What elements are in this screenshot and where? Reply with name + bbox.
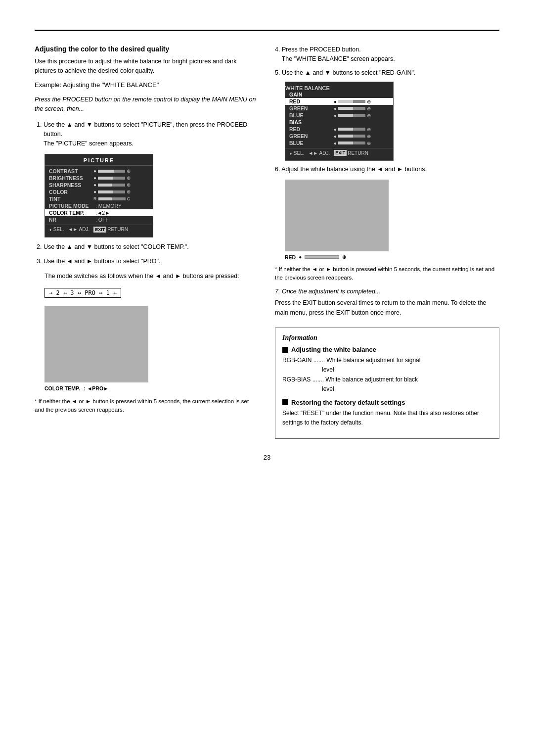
g-indicator: G — [127, 196, 131, 201]
minus-icon: ● — [93, 175, 96, 181]
info-title: Information — [282, 334, 492, 342]
right-column: 4. Press the PROCEED button. The "WHITE … — [275, 45, 499, 439]
plus-icon: ⊕ — [367, 127, 371, 132]
information-box: Information Adjusting the white balance … — [275, 328, 499, 439]
step-1: Use the ▲ and ▼ buttons to select "PICTU… — [44, 120, 257, 149]
restoring-defaults-label: Restoring the factory default settings — [291, 399, 405, 406]
minus-icon: ● — [334, 113, 337, 118]
bias-red-slider: ● ⊕ — [334, 127, 389, 132]
wb-red-slider — [305, 255, 339, 259]
minus-icon: ● — [334, 134, 337, 139]
step-5: 5. Use the ▲ and ▼ buttons to select "RE… — [275, 68, 499, 78]
adj-nav: ◄► ADJ. — [308, 150, 330, 156]
plus-icon: ⊕ — [127, 182, 131, 188]
bias-green-slider: ● ⊕ — [334, 134, 389, 139]
steps-list-3: Use the ◄ and ► buttons to select "PRO". — [35, 257, 257, 266]
step-3-text: Use the ◄ and ► buttons to select "PRO". — [44, 258, 161, 265]
color-temp-label: COLOR TEMP. — [49, 210, 93, 216]
gain-green-slider: ● ⊕ — [334, 106, 389, 111]
slider-track — [338, 135, 365, 138]
wb-menu-title: WHITE BALANCE — [285, 85, 393, 91]
gain-section-label: GAIN — [285, 91, 393, 98]
plus-icon: ⊕ — [367, 141, 371, 146]
wb-red-label: RED — [285, 254, 296, 260]
intro-text: Use this procedure to adjust the white b… — [35, 57, 257, 76]
step-7-italic: 7. Once the adjustment is completed... — [275, 287, 499, 296]
gain-blue-slider: ● ⊕ — [334, 113, 389, 118]
footnote-3: * If neither the ◄ or ► button is presse… — [35, 397, 257, 415]
step-4: 4. Press the PROCEED button. The "WHITE … — [275, 45, 499, 64]
sel-nav: ⬧ SEL. — [49, 227, 64, 232]
plus-icon: ⊕ — [367, 113, 371, 118]
bias-green-label: GREEN — [289, 133, 334, 139]
minus-icon: ● — [93, 168, 96, 174]
square-bullet-icon-2 — [282, 399, 288, 405]
pro-value: : ◄PRO► — [84, 385, 109, 391]
bias-red-label: RED — [289, 126, 334, 132]
exit-nav: EXITRETURN — [93, 227, 128, 233]
plus-icon: ⊕ — [127, 189, 131, 194]
color-temp-screen-label: COLOR TEMP. : ◄PRO► — [44, 385, 257, 391]
sharpness-slider: ● ⊕ — [93, 182, 149, 188]
color-slider: ● ⊕ — [93, 189, 149, 194]
bias-label: BIAS — [289, 119, 334, 125]
color-label: COLOR — [49, 189, 93, 195]
pro-value-area: : ◄PRO► — [84, 385, 109, 391]
color-temp-screen — [44, 306, 148, 382]
plus-icon: ⊕ — [127, 175, 131, 181]
slider-track — [338, 128, 365, 131]
color-temp-value: :◄2► — [95, 210, 110, 216]
menu-row-nr: NR : OFF — [45, 216, 153, 223]
sharpness-label: SHARPNESS — [49, 182, 93, 188]
minus-icon: ● — [334, 106, 337, 111]
white-balance-menu: WHITE BALANCE GAIN RED ● ⊕ GREEN ● — [285, 82, 394, 161]
slider-track — [98, 170, 125, 173]
gain-red-slider: ● ⊕ — [334, 99, 389, 104]
r-indicator: R — [93, 196, 97, 201]
picture-menu-title: PICTURE — [45, 157, 153, 166]
adjusting-wb-label: Adjusting the white balance — [291, 346, 376, 353]
slider-track — [338, 107, 365, 110]
sel-nav: ⬧ SEL. — [289, 150, 304, 156]
menu-row-sharpness: SHARPNESS ● ⊕ — [45, 182, 153, 189]
plus-icon: ⊕ — [367, 99, 371, 104]
picture-mode-label: PICTURE MODE — [49, 203, 93, 209]
color-temp-screen-lbl: COLOR TEMP. — [44, 385, 80, 391]
gain-blue-row: BLUE ● ⊕ — [285, 112, 393, 119]
plus-icon: ⊕ — [127, 168, 131, 174]
footnote-right: * If neither the ◄ or ► button is presse… — [275, 265, 499, 283]
wb-red-row: RED ● ⊕ — [285, 254, 499, 260]
minus-icon: ● — [93, 189, 96, 194]
slider-track — [98, 197, 126, 200]
wb-red-minus: ● — [299, 254, 302, 260]
slider-track — [338, 100, 365, 103]
minus-icon: ● — [334, 141, 337, 146]
bias-green-row: GREEN ● ⊕ — [285, 133, 393, 140]
tint-slider: R G — [93, 196, 149, 201]
bias-red-row: RED ● ⊕ — [285, 126, 393, 133]
step-2-text: Use the ▲ and ▼ buttons to select "COLOR… — [44, 243, 189, 250]
nr-value: : OFF — [95, 217, 109, 223]
gain-red-row: RED ● ⊕ — [285, 98, 393, 105]
mode-switch-para: The mode switches as follows when the ◄ … — [44, 272, 257, 281]
picture-mode-value: : MEMORY — [95, 203, 122, 209]
plus-icon: ⊕ — [367, 106, 371, 111]
bias-blue-row: BLUE ● ⊕ — [285, 140, 393, 146]
picture-menu: PICTURE CONTRAST ● ⊕ BRIGHTNESS ● ⊕ — [44, 154, 153, 237]
restoring-defaults-title: Restoring the factory default settings — [282, 399, 492, 406]
menu-row-tint: TINT R G — [45, 195, 153, 202]
steps-list-2: Use the ▲ and ▼ buttons to select "COLOR… — [35, 242, 257, 252]
exit-nav: EXITRETURN — [334, 150, 368, 156]
exit-btn: EXIT — [334, 150, 347, 156]
contrast-label: CONTRAST — [49, 168, 93, 174]
page-number: 23 — [35, 454, 499, 461]
step-7-text: Press the EXIT button several times to r… — [275, 298, 499, 318]
slider-track — [98, 184, 125, 187]
plus-icon: ⊕ — [367, 134, 371, 139]
left-column: Adjusting the color to the desired quali… — [35, 45, 257, 439]
bias-blue-slider: ● ⊕ — [334, 141, 389, 146]
adjusting-wb-text: RGB-GAIN ....... White balance adjustmen… — [282, 356, 492, 394]
slider-track — [338, 142, 365, 144]
restoring-defaults-text: Select "RESET" under the function menu. … — [282, 409, 492, 427]
menu-row-picture-mode: PICTURE MODE : MEMORY — [45, 202, 153, 209]
